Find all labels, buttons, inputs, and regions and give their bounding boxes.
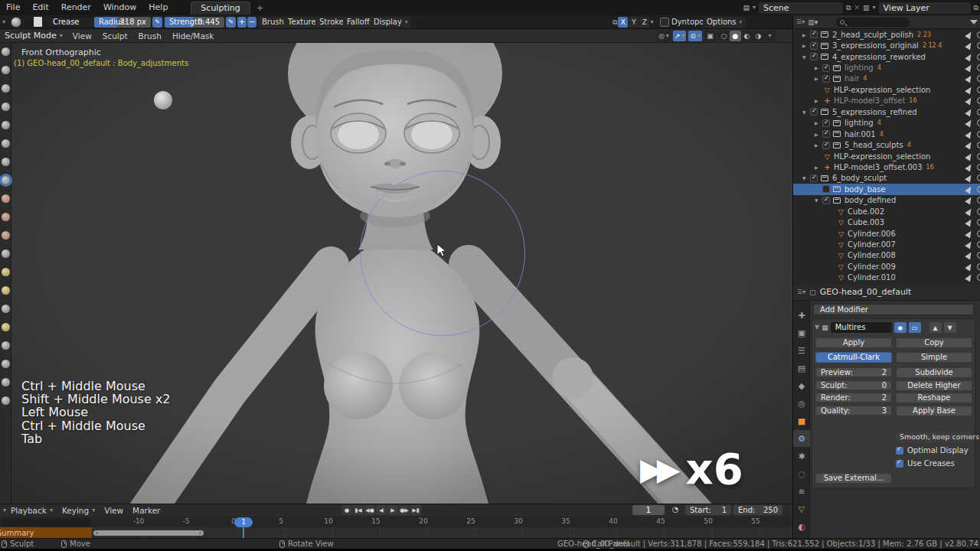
jump-to-start-button[interactable]: ▮◀ <box>353 505 364 515</box>
selectable-icon[interactable] <box>965 163 974 172</box>
menu-item[interactable]: Window <box>97 0 142 15</box>
checkbox-icon[interactable] <box>822 185 830 193</box>
visibility-eye-icon[interactable] <box>977 252 980 259</box>
display-mode-icon[interactable]: ▥▾ <box>808 18 818 26</box>
outliner-row[interactable]: Cube.002 <box>793 206 980 217</box>
level-field[interactable]: Quality:3 <box>815 406 892 416</box>
subtract-brush-button[interactable]: − <box>247 17 256 28</box>
play-button[interactable]: ▶ <box>387 505 398 515</box>
expand-arrow-icon[interactable]: ▶ <box>815 65 822 70</box>
selectable-icon[interactable] <box>965 141 974 150</box>
selectable-icon[interactable] <box>965 218 974 227</box>
selectable-icon[interactable] <box>965 251 974 260</box>
brush-tool-icon[interactable] <box>2 66 10 74</box>
scene-selector[interactable]: Scene <box>759 2 843 14</box>
modifier-name-field[interactable]: Multires <box>831 322 892 333</box>
strength-pressure-icon[interactable]: ✎ <box>226 17 236 28</box>
expand-arrow-icon[interactable]: ▼ <box>815 197 822 203</box>
timeline-ruler[interactable]: -10-50510152025303540455055 <box>0 517 792 527</box>
selectable-icon[interactable] <box>965 152 974 161</box>
modifiers-tab-icon[interactable]: ⚙ <box>793 430 810 447</box>
visibility-eye-icon[interactable] <box>977 54 980 60</box>
playback-menu[interactable]: Playback▾ <box>6 504 57 517</box>
view-layer-selector[interactable]: View Layer <box>879 2 971 14</box>
brush-tool-icon[interactable] <box>2 158 10 166</box>
radius-slider[interactable]: Radius: 218 px <box>94 17 151 28</box>
outliner-row[interactable]: ▶ 2_head_sculpt_polish 2 23 <box>793 29 980 40</box>
timeline-scrollbar[interactable] <box>93 530 204 536</box>
visibility-eye-icon[interactable] <box>977 197 980 204</box>
checkbox-icon[interactable] <box>822 197 830 204</box>
brush-tool-icon[interactable] <box>2 378 10 386</box>
new-scene-icon[interactable]: ⧉ <box>846 4 851 12</box>
checkbox-icon[interactable] <box>810 53 818 60</box>
brush-tool-icon[interactable] <box>2 268 10 276</box>
checkbox-icon[interactable] <box>810 31 818 38</box>
expand-arrow-icon[interactable]: ▶ <box>815 120 822 126</box>
visibility-eye-icon[interactable] <box>977 219 980 226</box>
menu-item[interactable]: Render <box>55 0 97 15</box>
outliner-row[interactable]: body_base <box>793 184 980 194</box>
simple-button[interactable]: Simple <box>896 352 972 363</box>
menu-item[interactable]: Edit <box>26 0 54 15</box>
data-tab-icon[interactable]: ▽ <box>793 500 810 517</box>
outliner-row[interactable]: Cube.003 <box>793 217 980 227</box>
brush-tool-icon[interactable] <box>2 121 10 129</box>
view-layer-tab-icon[interactable]: ▤ <box>793 360 810 377</box>
brush-tool-icon[interactable] <box>2 84 10 93</box>
checkbox-icon[interactable] <box>810 42 818 50</box>
outliner-row[interactable]: ▼ 5_expressions_refined <box>793 106 980 117</box>
add-modifier-button[interactable]: Add Modifier <box>813 304 974 315</box>
expand-arrow-icon[interactable]: ▼ <box>802 54 810 60</box>
selectable-icon[interactable] <box>965 96 974 106</box>
brush-tool-icon[interactable] <box>2 323 10 331</box>
outliner-row[interactable]: Cylinder.009 <box>793 261 980 272</box>
world-tab-icon[interactable]: ◎ <box>793 395 810 412</box>
shading-solid-icon[interactable]: ● <box>730 31 741 41</box>
physics-tab-icon[interactable]: ◌ <box>793 465 810 482</box>
expand-arrow-icon[interactable]: ▶ <box>815 132 822 137</box>
modifier-action-button[interactable]: Subdivide <box>896 367 972 378</box>
selectable-icon[interactable] <box>965 52 974 61</box>
expand-arrow-icon[interactable]: ▶ <box>815 76 822 81</box>
outliner-row[interactable]: ▶ hair.001 4 <box>793 129 980 139</box>
outliner-row[interactable]: ▶ hair 4 <box>793 73 980 84</box>
expand-arrow-icon[interactable]: ▶ <box>815 165 822 170</box>
filter-icon[interactable] <box>970 20 978 24</box>
level-field[interactable]: Render:2 <box>815 393 892 403</box>
outliner-row[interactable]: Cylinder.008 <box>793 250 980 261</box>
visibility-eye-icon[interactable] <box>977 119 980 126</box>
workspace-tab-sculpting[interactable]: Sculpting <box>191 2 250 15</box>
checkbox-icon[interactable] <box>810 174 818 182</box>
selectable-icon[interactable] <box>965 85 974 94</box>
brush-tool-icon[interactable] <box>2 103 10 111</box>
material-tab-icon[interactable]: ◐ <box>793 518 810 535</box>
mirror-z-button[interactable]: Z <box>639 17 649 28</box>
jump-to-end-button[interactable]: ▶▮ <box>410 505 421 515</box>
visibility-eye-icon[interactable] <box>977 64 980 71</box>
save-external-button[interactable]: Save External... <box>815 473 892 484</box>
outliner-row[interactable]: ▼ 4_expressions_reworked <box>793 51 980 62</box>
selectable-icon[interactable] <box>965 64 974 73</box>
checkbox-icon[interactable] <box>822 75 830 83</box>
checkbox-icon[interactable] <box>822 130 830 138</box>
catmull-clark-button[interactable]: Catmull-Clark <box>815 352 892 363</box>
selectable-icon[interactable] <box>965 119 974 128</box>
outliner-row[interactable]: Cylinder.010 <box>793 272 980 283</box>
viewport-menu-item[interactable]: Sculpt <box>97 29 133 43</box>
use-creases-checkbox[interactable]: Use Creases <box>896 459 955 468</box>
copy-button[interactable]: Copy <box>896 337 972 348</box>
prev-keyframe-button[interactable]: ◀● <box>364 505 375 515</box>
selectable-icon[interactable] <box>965 174 974 183</box>
add-brush-button[interactable]: + <box>237 17 247 28</box>
expand-arrow-icon[interactable]: ▶ <box>802 43 810 48</box>
active-brush-icon[interactable] <box>11 17 21 28</box>
selectable-icon[interactable] <box>965 273 974 282</box>
modifier-action-button[interactable]: Reshape <box>896 393 972 403</box>
scene-tab-icon[interactable]: ◆ <box>793 377 810 394</box>
brush-tool-icon[interactable] <box>2 139 10 148</box>
mirror-x-button[interactable]: X <box>618 17 628 28</box>
uv-smooth-dropdown[interactable]: Smooth, keep corners <box>896 432 972 442</box>
keying-menu[interactable]: Keying▾ <box>57 504 100 517</box>
selectable-icon[interactable] <box>965 262 974 271</box>
